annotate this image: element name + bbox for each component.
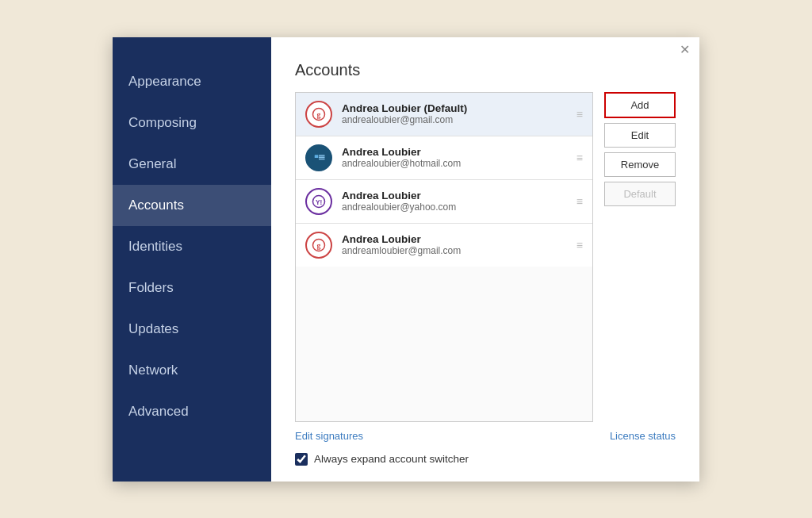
sidebar-item-network[interactable]: Network (113, 350, 271, 391)
sidebar-item-accounts[interactable]: Accounts (113, 185, 271, 226)
checkbox-row: Always expand account switcher (295, 453, 676, 466)
sidebar-item-label: Identities (128, 239, 182, 254)
account-name: Andrea Loubier (342, 146, 572, 158)
account-info: Andrea Loubier andrealoubier@hotmail.com (342, 146, 572, 169)
sidebar-item-identities[interactable]: Identities (113, 226, 271, 267)
drag-handle: ≡ (576, 108, 583, 121)
license-status-link[interactable]: License status (610, 430, 676, 442)
accounts-area: g Andrea Loubier (Default) andrealoubier… (295, 92, 676, 422)
sidebar-item-label: Composing (128, 115, 197, 130)
section-title: Accounts (295, 61, 676, 79)
drag-handle: ≡ (576, 239, 583, 251)
account-icon-google: g (305, 232, 332, 259)
svg-rect-3 (315, 155, 319, 158)
account-email: andrealoubier@yahoo.com (342, 201, 572, 213)
sidebar-item-label: Advanced (128, 404, 189, 419)
sidebar-item-label: Appearance (128, 74, 201, 89)
drag-handle: ≡ (576, 152, 583, 164)
drag-handle: ≡ (576, 195, 583, 208)
expand-account-switcher-checkbox[interactable] (295, 453, 308, 466)
account-name: Andrea Loubier (342, 190, 572, 201)
account-row[interactable]: g Andrea Loubier (Default) andrealoubier… (296, 93, 592, 136)
sidebar-item-label: General (128, 156, 176, 171)
account-email: andreamloubier@gmail.com (342, 245, 572, 256)
account-row[interactable]: Y! Andrea Loubier andrealoubier@yahoo.co… (296, 180, 592, 224)
sidebar-item-appearance[interactable]: Appearance (113, 61, 271, 102)
settings-dialog: ✕ Appearance Composing General Accounts … (113, 37, 699, 482)
edit-button[interactable]: Edit (604, 123, 676, 148)
account-info: Andrea Loubier andreamloubier@gmail.com (342, 233, 572, 256)
svg-text:g: g (317, 109, 321, 118)
close-button[interactable]: ✕ (680, 44, 690, 56)
account-email: andrealoubier@hotmail.com (342, 158, 572, 169)
account-icon-yahoo: Y! (305, 188, 332, 215)
sidebar-item-composing[interactable]: Composing (113, 102, 271, 144)
default-button[interactable]: Default (604, 182, 676, 206)
account-email: andrealoubier@gmail.com (342, 114, 572, 125)
sidebar-item-label: Updates (128, 321, 178, 336)
sidebar-item-general[interactable]: General (113, 144, 271, 185)
account-name: Andrea Loubier (342, 233, 572, 245)
account-row[interactable]: Andrea Loubier andrealoubier@hotmail.com… (296, 136, 592, 180)
sidebar-item-label: Accounts (128, 198, 184, 213)
account-row[interactable]: g Andrea Loubier andreamloubier@gmail.co… (296, 224, 592, 267)
account-name: Andrea Loubier (Default) (342, 102, 572, 114)
edit-signatures-link[interactable]: Edit signatures (295, 430, 363, 442)
remove-button[interactable]: Remove (604, 152, 676, 177)
account-icon-google: g (305, 101, 332, 128)
account-info: Andrea Loubier (Default) andrealoubier@g… (342, 102, 572, 125)
add-button[interactable]: Add (604, 92, 676, 118)
sidebar-item-label: Network (128, 363, 178, 378)
account-icon-outlook (305, 144, 332, 171)
sidebar-item-folders[interactable]: Folders (113, 267, 271, 309)
sidebar-item-advanced[interactable]: Advanced (113, 391, 271, 432)
bottom-links: Edit signatures License status (295, 430, 676, 442)
svg-rect-5 (319, 156, 325, 158)
sidebar-item-label: Folders (128, 280, 174, 295)
svg-text:Y!: Y! (316, 198, 322, 205)
svg-text:g: g (317, 240, 321, 249)
svg-rect-6 (319, 158, 325, 159)
svg-rect-4 (319, 155, 325, 156)
accounts-list: g Andrea Loubier (Default) andrealoubier… (295, 92, 593, 422)
checkbox-label: Always expand account switcher (314, 453, 469, 465)
content-area: Accounts g Andrea Loubier (Default) andr… (271, 37, 699, 482)
action-buttons: Add Edit Remove Default (604, 92, 676, 422)
account-info: Andrea Loubier andrealoubier@yahoo.com (342, 190, 572, 213)
sidebar-item-updates[interactable]: Updates (113, 309, 271, 350)
sidebar: Appearance Composing General Accounts Id… (113, 37, 271, 482)
